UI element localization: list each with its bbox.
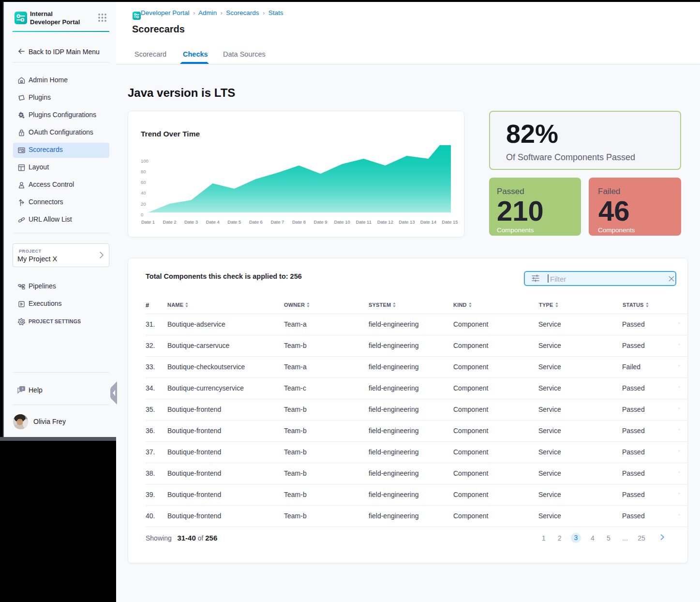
svg-text:Date 11: Date 11 <box>356 219 372 225</box>
svg-text:0: 0 <box>141 212 143 217</box>
svg-text:Date 5: Date 5 <box>227 219 241 225</box>
svg-text:Date 15: Date 15 <box>442 219 458 225</box>
svg-text:Date 10: Date 10 <box>334 219 350 225</box>
svg-text:Date 6: Date 6 <box>249 219 263 225</box>
svg-text:60: 60 <box>141 180 146 185</box>
svg-text:Date 12: Date 12 <box>377 219 393 225</box>
svg-text:100: 100 <box>141 158 149 164</box>
svg-text:Date 1: Date 1 <box>141 219 155 225</box>
svg-text:Date 4: Date 4 <box>206 219 220 225</box>
svg-text:Date 14: Date 14 <box>420 219 436 225</box>
svg-text:Date 2: Date 2 <box>163 219 177 225</box>
svg-text:Date 3: Date 3 <box>184 219 198 225</box>
svg-text:Date 7: Date 7 <box>270 219 284 225</box>
svg-text:Date 8: Date 8 <box>292 219 306 225</box>
svg-text:Date 13: Date 13 <box>399 219 415 225</box>
svg-text:20: 20 <box>141 201 146 207</box>
svg-text:40: 40 <box>141 190 146 196</box>
svg-text:Date 9: Date 9 <box>314 219 328 225</box>
svg-text:80: 80 <box>141 169 146 174</box>
